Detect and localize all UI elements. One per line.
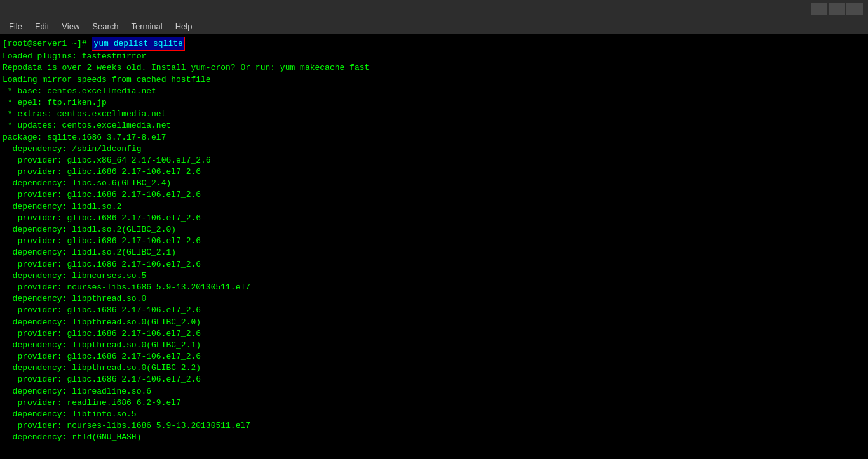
menu-terminal[interactable]: Terminal — [125, 20, 169, 32]
menu-edit[interactable]: Edit — [29, 20, 55, 32]
output-line: dependency: libpthread.so.0(GLIBC_2.0) — [3, 317, 865, 328]
title-bar-controls — [577, 3, 863, 15]
output-line: dependency: libpthread.so.0(GLIBC_2.1) — [3, 340, 865, 351]
terminal-output: Loaded plugins: fastestmirrorRepodata is… — [3, 51, 865, 443]
output-line: dependency: libdl.so.2(GLIBC_2.1) — [3, 247, 865, 258]
output-line: provider: glibc.i686 2.17-106.el7_2.6 — [3, 213, 865, 224]
output-line: * epel: ftp.riken.jp — [3, 97, 865, 109]
output-line: provider: glibc.i686 2.17-106.el7_2.6 — [3, 328, 865, 340]
output-line: dependency: libncurses.so.5 — [3, 270, 865, 282]
menu-help[interactable]: Help — [169, 20, 199, 32]
output-line: Loaded plugins: fastestmirror — [3, 51, 865, 62]
output-line: provider: ncurses-libs.i686 5.9-13.20130… — [3, 420, 865, 432]
output-line: provider: glibc.i686 2.17-106.el7_2.6 — [3, 166, 865, 178]
output-line: dependency: libpthread.so.0 — [3, 293, 865, 305]
output-line: dependency: libdl.so.2 — [3, 201, 865, 213]
output-line: dependency: /sbin/ldconfig — [3, 143, 865, 155]
output-line: dependency: libpthread.so.0(GLIBC_2.2) — [3, 363, 865, 374]
prompt-line: [root@server1 ~]# yum deplist sqlite — [3, 37, 865, 51]
output-line: provider: glibc.i686 2.17-106.el7_2.6 — [3, 189, 865, 201]
minimize-button[interactable] — [811, 3, 827, 15]
output-line: dependency: rtld(GNU_HASH) — [3, 432, 865, 443]
output-line: * base: centos.excellmedia.net — [3, 86, 865, 97]
terminal-area[interactable]: [root@server1 ~]# yum deplist sqlite Loa… — [0, 34, 868, 459]
output-line: Repodata is over 2 weeks old. Install yu… — [3, 62, 865, 74]
menu-view[interactable]: View — [55, 20, 86, 32]
title-bar — [0, 0, 868, 18]
close-button[interactable] — [846, 3, 863, 15]
menu-bar: File Edit View Search Terminal Help — [0, 18, 868, 34]
output-line: package: sqlite.i686 3.7.17-8.el7 — [3, 132, 865, 143]
output-line: * extras: centos.excellmedia.net — [3, 109, 865, 120]
output-line: provider: glibc.i686 2.17-106.el7_2.6 — [3, 259, 865, 270]
prompt-text: [root@server1 ~]# — [3, 38, 92, 50]
menu-search[interactable]: Search — [86, 20, 125, 32]
command-text: yum deplist sqlite — [92, 37, 184, 51]
maximize-button[interactable] — [829, 3, 845, 15]
output-line: provider: glibc.i686 2.17-106.el7_2.6 — [3, 236, 865, 247]
output-line: provider: readline.i686 6.2-9.el7 — [3, 397, 865, 409]
output-line: provider: ncurses-libs.i686 5.9-13.20130… — [3, 282, 865, 293]
output-line: Loading mirror speeds from cached hostfi… — [3, 74, 865, 86]
output-line: dependency: libtinfo.so.5 — [3, 409, 865, 420]
output-line: dependency: libreadline.so.6 — [3, 386, 865, 397]
output-line: provider: glibc.i686 2.17-106.el7_2.6 — [3, 305, 865, 316]
output-line: * updates: centos.excellmedia.net — [3, 120, 865, 131]
output-line: dependency: libc.so.6(GLIBC_2.4) — [3, 178, 865, 189]
output-line: provider: glibc.i686 2.17-106.el7_2.6 — [3, 374, 865, 385]
output-line: provider: glibc.i686 2.17-106.el7_2.6 — [3, 351, 865, 363]
output-line: dependency: libdl.so.2(GLIBC_2.0) — [3, 224, 865, 236]
output-line: provider: glibc.x86_64 2.17-106.el7_2.6 — [3, 155, 865, 166]
menu-file[interactable]: File — [3, 20, 29, 32]
